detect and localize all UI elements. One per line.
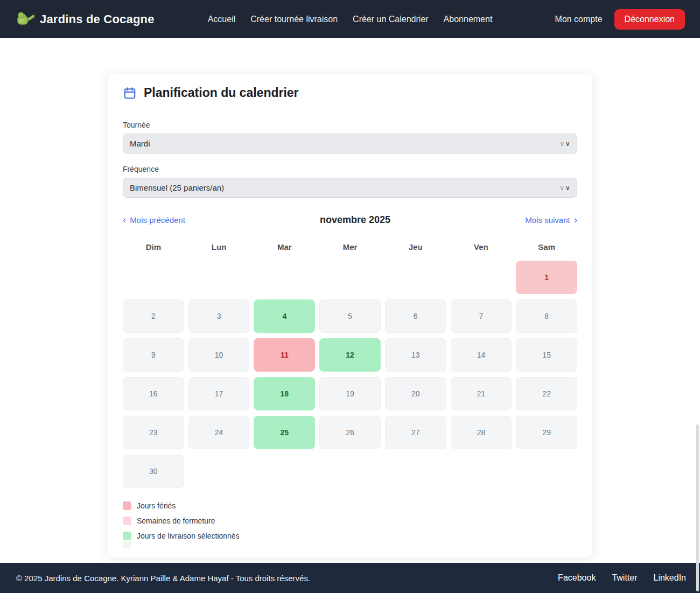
day-cell-25[interactable]: 25 — [254, 416, 315, 449]
legend-item-0: Jours fériés — [123, 501, 577, 510]
legend-swatch — [123, 501, 131, 510]
legend-label: Jours de livraison sélectionnés — [137, 532, 240, 540]
calendar-grid: 1234567891011121314151617181920212223242… — [123, 261, 577, 488]
day-cell-20[interactable]: 20 — [385, 377, 446, 410]
day-cell-21[interactable]: 21 — [451, 377, 512, 410]
nav-link-créer-un-calendrier[interactable]: Créer un Calendrier — [353, 15, 429, 24]
footer-links: FacebookTwitterLinkedIn — [558, 573, 686, 583]
day-cell-1[interactable]: 1 — [516, 261, 577, 294]
brand-name: Jardins de Cocagne — [40, 12, 155, 26]
scrollbar-thumb[interactable] — [696, 424, 699, 591]
day-cell-empty — [451, 455, 512, 488]
copyright-text: © 2025 Jardins de Cocagne. Kyriann Paill… — [16, 574, 558, 583]
day-cell-empty — [451, 261, 512, 294]
day-cell-14[interactable]: 14 — [451, 338, 512, 372]
calendar-nav: ‹ Mois précédent novembre 2025 Mois suiv… — [123, 214, 577, 226]
day-cell-26[interactable]: 26 — [319, 416, 381, 449]
weekday-row: DimLunMarMerJeuVenSam — [123, 242, 577, 252]
legend: Jours fériésSemaines de fermetureJours d… — [123, 501, 577, 540]
nav-links: AccueilCréer tournée livraisonCréer un C… — [208, 15, 493, 24]
brand[interactable]: Jardins de Cocagne — [15, 11, 208, 27]
main-content: Planification du calendrier Tournée Mard… — [0, 38, 700, 563]
legend-label: Semaines de fermeture — [137, 517, 215, 525]
tournee-field: Tournée Mardi ∨∨ — [123, 121, 577, 154]
day-cell-28[interactable]: 28 — [451, 416, 512, 449]
weekday-mer: Mer — [319, 242, 381, 252]
legend-swatch — [123, 517, 131, 525]
watering-can-logo-icon — [15, 11, 34, 27]
chevron-right-icon: › — [574, 214, 577, 225]
day-cell-29[interactable]: 29 — [516, 416, 577, 449]
day-cell-19[interactable]: 19 — [319, 377, 381, 410]
frequence-label: Fréquence — [123, 165, 577, 173]
day-cell-13[interactable]: 13 — [385, 338, 446, 372]
frequence-field: Fréquence Bimensuel (25 paniers/an) ∨∨ — [123, 165, 577, 198]
day-cell-10[interactable]: 10 — [188, 338, 250, 372]
day-cell-empty — [385, 455, 446, 488]
chevron-left-icon: ‹ — [123, 214, 126, 225]
day-cell-23[interactable]: 23 — [123, 416, 184, 449]
weekday-sam: Sam — [516, 242, 577, 252]
day-cell-9[interactable]: 9 — [123, 338, 184, 372]
tournee-label: Tournée — [123, 121, 577, 129]
day-cell-empty — [254, 261, 315, 294]
day-cell-17[interactable]: 17 — [188, 377, 250, 410]
day-cell-2[interactable]: 2 — [123, 299, 184, 333]
day-cell-4[interactable]: 4 — [254, 299, 315, 333]
day-cell-18[interactable]: 18 — [254, 377, 315, 410]
weekday-dim: Dim — [123, 242, 184, 252]
day-cell-15[interactable]: 15 — [516, 338, 577, 372]
day-cell-empty — [385, 261, 446, 294]
day-cell-30[interactable]: 30 — [123, 455, 184, 488]
logout-button[interactable]: Déconnexion — [614, 9, 685, 30]
footer-link-linkedin[interactable]: LinkedIn — [654, 573, 687, 583]
prev-month-button[interactable]: ‹ Mois précédent — [123, 215, 185, 225]
day-cell-24[interactable]: 24 — [188, 416, 250, 449]
day-cell-22[interactable]: 22 — [516, 377, 577, 410]
footer: © 2025 Jardins de Cocagne. Kyriann Paill… — [0, 563, 700, 593]
day-cell-empty — [188, 261, 250, 294]
frequence-value: Bimensuel (25 paniers/an) — [130, 183, 559, 192]
footer-link-facebook[interactable]: Facebook — [558, 573, 596, 583]
day-cell-empty — [254, 455, 315, 488]
legend-label: Jours fériés — [137, 501, 176, 510]
next-month-button[interactable]: Mois suivant › — [525, 215, 577, 225]
nav-right: Mon compte Déconnexion — [492, 9, 685, 30]
legend-swatch — [123, 532, 131, 540]
day-cell-8[interactable]: 8 — [516, 299, 577, 333]
calendar-icon — [123, 86, 137, 100]
weekday-ven: Ven — [451, 242, 512, 252]
day-cell-6[interactable]: 6 — [385, 299, 446, 333]
tournee-select[interactable]: Mardi ∨∨ — [123, 134, 577, 154]
footer-link-twitter[interactable]: Twitter — [612, 573, 637, 583]
day-cell-16[interactable]: 16 — [123, 377, 184, 410]
nav-link-mon-compte[interactable]: Mon compte — [555, 15, 603, 24]
weekday-mar: Mar — [254, 242, 315, 252]
weekday-jeu: Jeu — [385, 242, 446, 252]
legend-item-1: Semaines de fermeture — [123, 517, 577, 525]
day-cell-empty — [319, 261, 381, 294]
day-cell-empty — [123, 261, 184, 294]
navbar: Jardins de Cocagne AccueilCréer tournée … — [0, 0, 700, 38]
day-cell-empty — [319, 455, 381, 488]
nav-link-abonnement[interactable]: Abonnement — [444, 15, 493, 24]
legend-swatch-partial — [123, 541, 131, 548]
day-cell-3[interactable]: 3 — [188, 299, 250, 333]
legend-partial — [123, 541, 577, 548]
calendar-planning-card: Planification du calendrier Tournée Mard… — [108, 74, 592, 557]
nav-link-accueil[interactable]: Accueil — [208, 15, 236, 24]
day-cell-5[interactable]: 5 — [319, 299, 381, 333]
day-cell-27[interactable]: 27 — [385, 416, 446, 449]
chevron-down-icon: ∨∨ — [559, 139, 570, 148]
legend-item-2: Jours de livraison sélectionnés — [123, 532, 577, 540]
day-cell-11[interactable]: 11 — [254, 338, 315, 372]
frequence-select[interactable]: Bimensuel (25 paniers/an) ∨∨ — [123, 178, 577, 198]
day-cell-empty — [516, 455, 577, 488]
day-cell-12[interactable]: 12 — [319, 338, 381, 372]
chevron-down-icon: ∨∨ — [559, 184, 570, 192]
tournee-value: Mardi — [130, 139, 559, 148]
day-cell-7[interactable]: 7 — [451, 299, 512, 333]
page-title: Planification du calendrier — [144, 86, 299, 100]
card-header: Planification du calendrier — [123, 86, 577, 109]
nav-link-créer-tournée-livraison[interactable]: Créer tournée livraison — [250, 15, 338, 24]
